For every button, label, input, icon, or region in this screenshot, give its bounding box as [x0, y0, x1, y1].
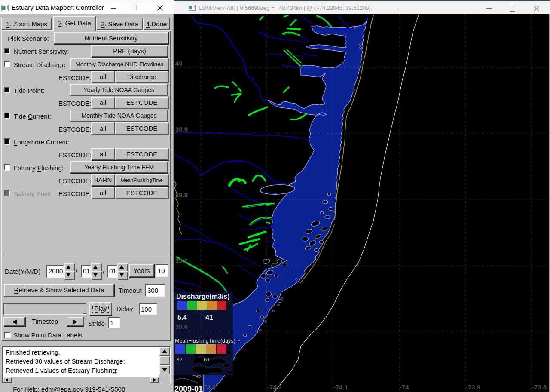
svg-text:40: 40 [175, 60, 183, 67]
svg-text:-73.8: -73.8 [532, 383, 547, 391]
svg-text:5.4: 5.4 [177, 314, 187, 321]
svg-text:39.9: 39.9 [175, 126, 188, 133]
svg-text:2009-01: 2009-01 [174, 385, 203, 392]
svg-text:41: 41 [205, 314, 213, 321]
svg-text:-73.9: -73.9 [466, 383, 480, 391]
svg-text:-74.2: -74.2 [267, 383, 282, 391]
svg-text:39.6: 39.6 [175, 323, 188, 330]
svg-text:-74.1: -74.1 [333, 383, 348, 391]
svg-text:-74.3: -74.3 [201, 383, 216, 391]
svg-text:39.7: 39.7 [175, 257, 188, 264]
svg-text:39.8: 39.8 [175, 191, 188, 199]
svg-text:Discharge(m3/s): Discharge(m3/s) [176, 293, 230, 300]
svg-text:MeanFlushingTime(days): MeanFlushingTime(days) [175, 338, 235, 344]
svg-text:61: 61 [204, 356, 210, 363]
svg-text:32: 32 [176, 356, 182, 363]
svg-text:-74: -74 [400, 383, 409, 391]
